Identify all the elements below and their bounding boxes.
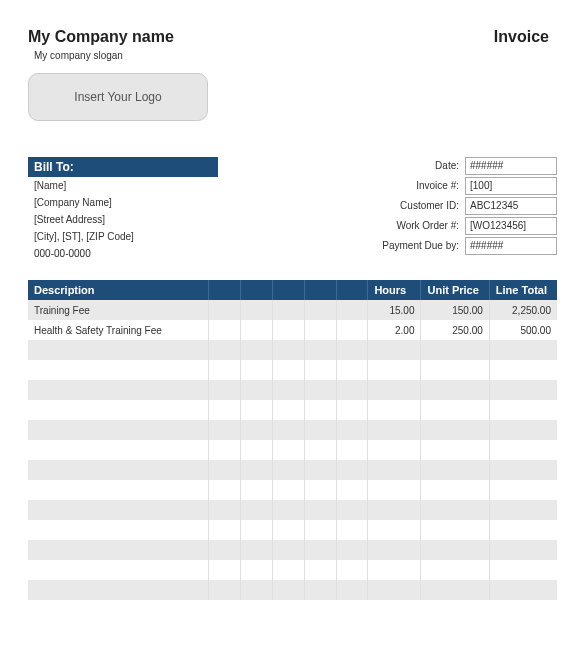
cell-unit-price[interactable] [421,340,489,360]
cell-unit-price[interactable] [421,360,489,380]
cell-gap[interactable] [209,300,241,320]
cell-unit-price[interactable] [421,420,489,440]
cell-gap[interactable] [209,400,241,420]
cell-gap[interactable] [336,480,368,500]
cell-hours[interactable] [368,440,421,460]
cell-line-total[interactable] [489,460,557,480]
cell-hours[interactable]: 15.00 [368,300,421,320]
value-customer-id[interactable]: ABC12345 [465,197,557,215]
cell-hours[interactable] [368,380,421,400]
cell-gap[interactable] [209,440,241,460]
cell-line-total[interactable] [489,380,557,400]
cell-gap[interactable] [336,360,368,380]
cell-gap[interactable] [304,460,336,480]
cell-gap[interactable] [209,480,241,500]
cell-gap[interactable] [304,560,336,580]
cell-line-total[interactable] [489,420,557,440]
cell-gap[interactable] [336,420,368,440]
cell-gap[interactable] [336,400,368,420]
cell-line-total[interactable] [489,500,557,520]
cell-description[interactable] [28,380,209,400]
cell-gap[interactable] [272,520,304,540]
cell-gap[interactable] [272,300,304,320]
cell-line-total[interactable] [489,560,557,580]
cell-gap[interactable] [240,360,272,380]
cell-hours[interactable] [368,500,421,520]
cell-gap[interactable] [209,380,241,400]
cell-description[interactable] [28,520,209,540]
cell-gap[interactable] [272,560,304,580]
cell-unit-price[interactable]: 150.00 [421,300,489,320]
cell-hours[interactable] [368,480,421,500]
cell-description[interactable] [28,400,209,420]
cell-gap[interactable] [304,420,336,440]
cell-line-total[interactable] [489,400,557,420]
value-work-order[interactable]: [WO123456] [465,217,557,235]
cell-hours[interactable] [368,520,421,540]
cell-gap[interactable] [240,400,272,420]
cell-hours[interactable] [368,420,421,440]
cell-hours[interactable] [368,340,421,360]
cell-gap[interactable] [272,340,304,360]
cell-line-total[interactable] [489,440,557,460]
cell-gap[interactable] [272,420,304,440]
cell-unit-price[interactable] [421,460,489,480]
cell-gap[interactable] [336,460,368,480]
cell-gap[interactable] [240,580,272,600]
cell-gap[interactable] [272,580,304,600]
cell-line-total[interactable] [489,480,557,500]
cell-gap[interactable] [240,440,272,460]
cell-gap[interactable] [304,380,336,400]
cell-gap[interactable] [336,440,368,460]
cell-gap[interactable] [304,400,336,420]
cell-unit-price[interactable] [421,540,489,560]
cell-description[interactable] [28,340,209,360]
cell-gap[interactable] [240,300,272,320]
cell-gap[interactable] [336,340,368,360]
cell-unit-price[interactable] [421,480,489,500]
cell-gap[interactable] [240,420,272,440]
cell-gap[interactable] [304,440,336,460]
cell-hours[interactable]: 2.00 [368,320,421,340]
cell-gap[interactable] [240,560,272,580]
cell-hours[interactable] [368,540,421,560]
cell-gap[interactable] [336,560,368,580]
cell-gap[interactable] [272,460,304,480]
cell-unit-price[interactable] [421,500,489,520]
cell-hours[interactable] [368,360,421,380]
cell-gap[interactable] [272,320,304,340]
cell-gap[interactable] [272,400,304,420]
cell-gap[interactable] [209,560,241,580]
cell-unit-price[interactable] [421,580,489,600]
cell-gap[interactable] [336,520,368,540]
cell-unit-price[interactable] [421,400,489,420]
cell-hours[interactable] [368,460,421,480]
cell-description[interactable] [28,540,209,560]
cell-gap[interactable] [304,300,336,320]
cell-gap[interactable] [272,360,304,380]
cell-gap[interactable] [336,320,368,340]
cell-gap[interactable] [209,580,241,600]
cell-line-total[interactable]: 2,250.00 [489,300,557,320]
cell-gap[interactable] [304,340,336,360]
value-date[interactable]: ###### [465,157,557,175]
value-payment-due[interactable]: ###### [465,237,557,255]
cell-gap[interactable] [209,340,241,360]
cell-description[interactable]: Training Fee [28,300,209,320]
cell-gap[interactable] [240,380,272,400]
cell-description[interactable] [28,460,209,480]
cell-description[interactable] [28,420,209,440]
cell-hours[interactable] [368,560,421,580]
cell-gap[interactable] [240,460,272,480]
cell-gap[interactable] [272,540,304,560]
cell-gap[interactable] [272,380,304,400]
cell-gap[interactable] [240,320,272,340]
cell-gap[interactable] [240,480,272,500]
cell-gap[interactable] [240,520,272,540]
cell-line-total[interactable] [489,540,557,560]
logo-placeholder[interactable]: Insert Your Logo [28,73,208,121]
cell-gap[interactable] [336,580,368,600]
cell-gap[interactable] [209,500,241,520]
cell-description[interactable] [28,560,209,580]
cell-gap[interactable] [272,440,304,460]
